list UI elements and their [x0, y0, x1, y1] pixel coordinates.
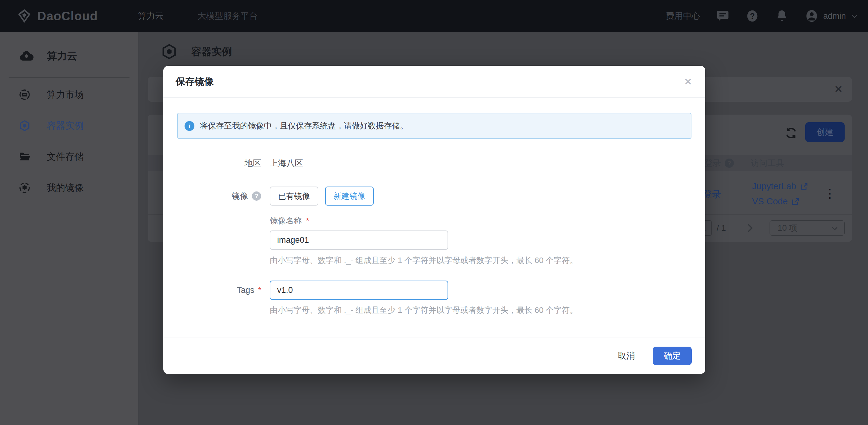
modal-body: i 将保存至我的镜像中，且仅保存系统盘，请做好数据存储。 地区 上海八区 镜像 …	[163, 98, 705, 337]
column-header-login: 登录 ?	[704, 158, 734, 169]
sidebar-item-label: 文件存储	[47, 151, 84, 163]
image-label-text: 镜像	[231, 191, 248, 202]
save-image-modal: 保存镜像 ✕ i 将保存至我的镜像中，且仅保存系统盘，请做好数据存储。 地区 上…	[163, 66, 705, 374]
container-instance-icon	[19, 120, 31, 132]
page-size-select[interactable]: 10 项	[770, 220, 845, 236]
column-header-tools: 访问工具	[751, 158, 784, 169]
notice-alert: i 将保存至我的镜像中，且仅保存系统盘，请做好数据存储。	[177, 113, 691, 139]
region-label-text: 地区	[245, 158, 261, 169]
notification-bell-icon[interactable]	[775, 9, 788, 23]
username: admin	[823, 11, 846, 21]
cancel-button[interactable]: 取消	[618, 350, 635, 362]
chevron-down-icon	[850, 12, 859, 20]
billing-center-link[interactable]: 费用中心	[665, 10, 700, 22]
avatar-icon	[805, 9, 819, 23]
tags-input[interactable]	[270, 281, 448, 300]
nav-compute-cloud[interactable]: 算力云	[138, 10, 164, 22]
help-icon[interactable]: ?	[746, 9, 759, 23]
jupyterlab-link-label: JupyterLab	[752, 181, 796, 191]
market-icon	[19, 89, 31, 101]
sidebar-header-label: 算力云	[47, 49, 77, 63]
row-actions-more-icon[interactable]: ⋮	[823, 185, 837, 202]
logo[interactable]: DaoCloud	[17, 9, 98, 23]
sidebar-item-label: 我的镜像	[47, 182, 84, 194]
vscode-link[interactable]: VS Code	[752, 196, 799, 206]
help-icon[interactable]: ?	[252, 191, 261, 201]
new-image-button[interactable]: 新建镜像	[325, 187, 374, 205]
modal-footer: 取消 确定	[163, 337, 705, 374]
pagination-next-icon[interactable]	[744, 221, 756, 235]
sidebar-item-label: 容器实例	[47, 120, 84, 132]
confirm-button[interactable]: 确定	[653, 347, 692, 365]
refresh-icon[interactable]	[784, 126, 798, 140]
page-title-text: 容器实例	[191, 45, 232, 59]
user-menu[interactable]: admin	[805, 9, 859, 23]
external-link-icon	[792, 198, 799, 205]
region-label: 地区	[163, 158, 261, 169]
login-link[interactable]: 登录	[703, 188, 721, 201]
image-name-hint: 由小写字母、数字和 ._- 组成且至少 1 个字符并以字母或者数字开头，最长 6…	[270, 255, 578, 266]
banner-close-icon[interactable]: ✕	[832, 83, 845, 96]
external-link-icon	[800, 183, 808, 191]
column-header-login-label: 登录	[704, 158, 721, 169]
required-asterisk: *	[306, 216, 309, 226]
image-name-label-text: 镜像名称	[270, 216, 302, 226]
svg-text:?: ?	[750, 12, 755, 20]
tags-label-text: Tags	[237, 286, 254, 295]
page-title: 容器实例	[160, 43, 232, 60]
image-name-input[interactable]	[270, 230, 448, 250]
jupyterlab-link[interactable]: JupyterLab	[752, 181, 808, 191]
topbar: DaoCloud 算力云 大模型服务平台 费用中心 ? admin	[0, 0, 868, 32]
my-images-icon	[19, 182, 31, 194]
topbar-right: 费用中心 ? admin	[665, 0, 859, 32]
sidebar-divider	[9, 77, 129, 78]
message-icon[interactable]	[716, 9, 730, 23]
sidebar-item-label: 算力市场	[47, 89, 84, 101]
top-nav: 算力云 大模型服务平台	[138, 10, 258, 22]
screen: DaoCloud 算力云 大模型服务平台 费用中心 ? admin	[0, 0, 868, 425]
vscode-link-label: VS Code	[752, 196, 788, 206]
daocloud-logo-icon	[17, 9, 32, 23]
notice-text: 将保存至我的镜像中，且仅保存系统盘，请做好数据存储。	[200, 121, 408, 131]
image-label: 镜像 ?	[163, 187, 261, 205]
page-size-value: 10 项	[778, 223, 798, 234]
image-name-label: 镜像名称 *	[270, 216, 309, 226]
create-button[interactable]: 创建	[805, 122, 845, 142]
help-icon[interactable]: ?	[725, 159, 734, 168]
info-icon: i	[185, 121, 194, 131]
chevron-down-icon	[831, 224, 839, 232]
container-instance-icon	[160, 43, 178, 60]
modal-title: 保存镜像	[176, 75, 214, 88]
tags-hint: 由小写字母、数字和 ._- 组成且至少 1 个字符并以字母或者数字开头，最长 6…	[270, 305, 578, 316]
sidebar-item-container-instance[interactable]: 容器实例	[0, 115, 138, 137]
pagination-total: / 1	[717, 223, 726, 233]
compute-cloud-icon	[19, 48, 34, 64]
region-value: 上海八区	[270, 158, 303, 169]
required-asterisk: *	[258, 286, 261, 295]
image-source-toggle: 已有镜像 新建镜像	[270, 187, 374, 205]
existing-image-button[interactable]: 已有镜像	[270, 187, 318, 205]
tags-label: Tags *	[163, 281, 261, 300]
logo-text: DaoCloud	[37, 9, 98, 23]
sidebar-item-my-images[interactable]: 我的镜像	[0, 177, 138, 199]
nav-llm-platform[interactable]: 大模型服务平台	[197, 10, 258, 22]
sidebar-item-market[interactable]: 算力市场	[0, 84, 138, 106]
sidebar: 算力云 算力市场 容器实例 文件存储 我的镜像	[0, 32, 138, 425]
sidebar-header: 算力云	[0, 44, 138, 68]
sidebar-item-file-storage[interactable]: 文件存储	[0, 146, 138, 168]
modal-close-icon[interactable]: ✕	[681, 74, 695, 89]
modal-header: 保存镜像 ✕	[163, 66, 705, 98]
file-storage-icon	[19, 151, 31, 163]
